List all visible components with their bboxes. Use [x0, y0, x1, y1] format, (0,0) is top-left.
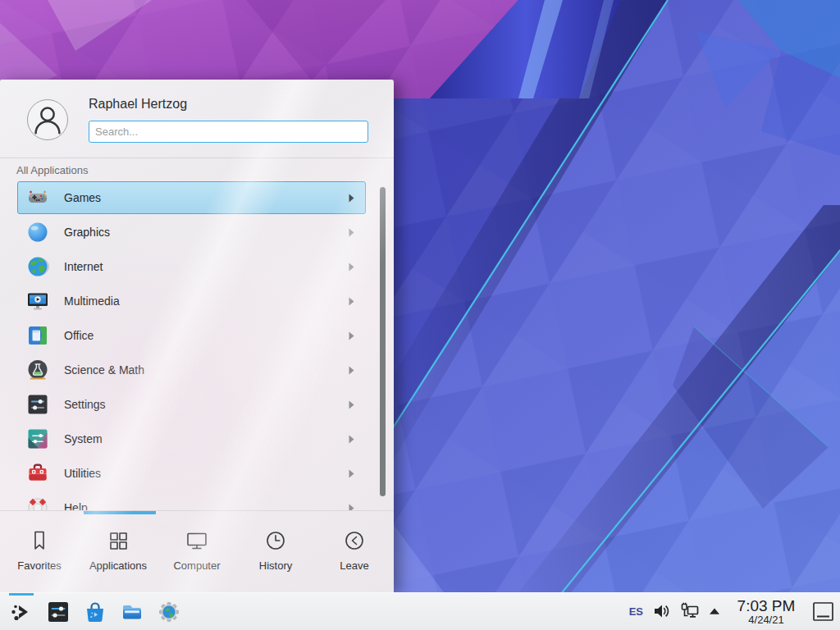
kde-kickoff-icon[interactable] — [9, 600, 34, 624]
bookmark-icon — [27, 528, 52, 553]
submenu-arrow-icon — [349, 331, 354, 340]
tab-label: Computer — [173, 559, 220, 572]
user-name: Raphael Hertzog — [89, 97, 187, 112]
category-label: System — [64, 432, 103, 445]
category-label: Help — [64, 501, 88, 510]
tab-label: Applications — [89, 559, 147, 572]
submenu-arrow-icon — [349, 228, 354, 237]
multimedia-monitor-icon — [26, 290, 49, 313]
submenu-arrow-icon — [349, 504, 354, 511]
globe-icon — [26, 255, 49, 278]
monitor-icon — [185, 528, 209, 553]
category-label: Multimedia — [64, 294, 120, 308]
speaker-icon[interactable] — [652, 602, 670, 620]
launcher-header: Raphael Hertzog — [0, 80, 394, 158]
tab-history[interactable]: History — [236, 511, 315, 592]
clock-date: 4/24/21 — [732, 614, 801, 626]
tab-label: History — [259, 559, 292, 572]
gamepad-icon — [26, 186, 49, 209]
taskbar-launchers — [0, 600, 181, 624]
submenu-arrow-icon — [349, 262, 354, 272]
tab-label: Leave — [340, 559, 368, 572]
clock-time: 7:03 PM — [732, 598, 801, 614]
globe-gear-icon[interactable] — [157, 600, 181, 624]
submenu-arrow-icon — [349, 366, 354, 375]
category-label: Utilities — [64, 467, 101, 480]
launcher-tab-bar: Favorites Applications Computer — [0, 510, 394, 592]
category-label: Games — [64, 191, 101, 204]
submenu-arrow-icon — [349, 400, 354, 409]
leave-back-icon — [342, 528, 367, 553]
category-row-settings[interactable]: Settings — [17, 388, 366, 421]
show-desktop-icon[interactable] — [812, 601, 834, 622]
category-label: Internet — [64, 260, 103, 273]
app-grid-icon — [106, 528, 130, 553]
list-scrollbar[interactable] — [380, 187, 386, 496]
category-row-games[interactable]: Games — [17, 181, 366, 214]
toolbox-icon — [26, 462, 49, 485]
keyboard-layout-indicator[interactable]: ES — [629, 605, 643, 618]
lifebuoy-icon — [26, 496, 49, 510]
search-input[interactable] — [89, 121, 368, 143]
category-row-utilities[interactable]: Utilities — [17, 457, 366, 490]
user-avatar[interactable] — [27, 99, 68, 140]
digital-clock[interactable]: 7:03 PM 4/24/21 — [732, 598, 801, 625]
sliders-dark-icon — [26, 393, 49, 416]
category-list: Games Graphics — [0, 181, 394, 510]
dolphin-folder-icon[interactable] — [120, 600, 144, 624]
category-label: Graphics — [64, 226, 110, 239]
taskbar: ES 7:03 PM 4/24/21 — [0, 592, 840, 630]
sphere-icon — [26, 221, 49, 244]
system-settings-icon[interactable] — [46, 600, 71, 624]
user-icon — [28, 100, 67, 139]
tab-label: Favorites — [17, 559, 61, 572]
office-document-icon — [26, 324, 49, 347]
submenu-arrow-icon — [349, 469, 354, 478]
tab-applications[interactable]: Applications — [79, 511, 158, 592]
flask-icon — [26, 358, 49, 381]
tab-favorites[interactable]: Favorites — [0, 511, 79, 592]
category-row-multimedia[interactable]: Multimedia — [17, 285, 366, 317]
section-label: All Applications — [16, 164, 88, 176]
launcher-active-indicator — [9, 593, 34, 596]
submenu-arrow-icon — [349, 435, 354, 444]
category-row-science-math[interactable]: Science & Math — [17, 354, 366, 386]
category-label: Office — [64, 329, 94, 342]
category-row-graphics[interactable]: Graphics — [17, 216, 366, 249]
system-tray: ES 7:03 PM 4/24/21 — [629, 598, 840, 625]
tab-computer[interactable]: Computer — [158, 511, 236, 592]
category-label: Science & Math — [64, 363, 144, 377]
discover-icon[interactable] — [83, 600, 107, 624]
category-row-system[interactable]: System — [17, 422, 366, 455]
clock-icon — [263, 528, 288, 553]
caret-up-icon[interactable] — [709, 607, 720, 615]
network-wired-icon[interactable] — [679, 601, 700, 621]
sliders-gradient-icon — [26, 427, 49, 450]
category-row-office[interactable]: Office — [17, 319, 366, 352]
active-tab-indicator — [84, 511, 156, 514]
category-row-help[interactable]: Help — [17, 491, 366, 510]
submenu-arrow-icon — [349, 297, 354, 306]
application-launcher-menu: Raphael Hertzog All Applications Games — [0, 80, 394, 592]
submenu-arrow-icon — [349, 194, 354, 203]
tab-leave[interactable]: Leave — [315, 511, 394, 592]
category-label: Settings — [64, 398, 106, 411]
category-row-internet[interactable]: Internet — [17, 250, 366, 283]
desktop: Raphael Hertzog All Applications Games — [0, 0, 840, 630]
